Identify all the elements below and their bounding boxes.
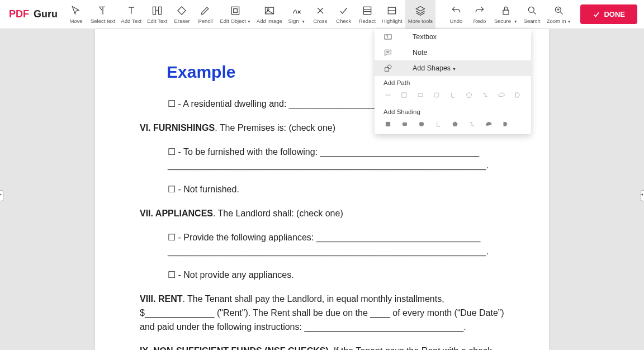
svg-point-10 [528,7,534,12]
undo-icon [451,4,462,17]
doc-line: VIII. RENT. The Tenant shall pay the Lan… [140,292,504,334]
svg-rect-18 [386,122,390,126]
doc-line: ☐ - Provide the following appliances: __… [140,231,504,259]
text-cursor-icon [97,4,108,17]
undo-tool[interactable]: Undo [444,0,468,29]
layers-icon [415,4,426,17]
eraser-icon [176,4,187,17]
eraser-tool[interactable]: Eraser [170,0,193,29]
doc-line: IX. NON-SUFFICIENT FUNDS (NSF CHECKS). I… [140,344,504,350]
sign-tool[interactable]: Sign ▼ [285,0,309,29]
doc-line: VII. APPLIANCES. The Landlord shall: (ch… [140,207,504,221]
cross-icon [315,4,326,17]
right-panel-toggle[interactable]: ◂ [641,190,644,201]
more-tools-dropdown: Textbox Note Add Shapes▼ Add Path Add Sh… [375,29,531,134]
svg-rect-19 [402,122,407,126]
shape-zigzag[interactable] [481,91,490,100]
pencil-tool[interactable]: Pencil [193,0,217,29]
toolbar-right: Undo Redo Secure ▼ Search Zoom In▼ [444,0,574,29]
doc-line: ☐ - Not provide any appliances. [140,268,504,282]
search-tool[interactable]: Search [520,0,544,29]
svg-point-20 [419,122,424,126]
textbox-icon [383,32,394,41]
svg-rect-16 [418,93,423,97]
redact-tool[interactable]: Redact [356,0,379,29]
app-logo[interactable]: PDF Guru [0,0,64,29]
doc-line: ☐ - Not furnished. [140,183,504,197]
note-icon [383,48,394,57]
shape-rounded-rect[interactable] [416,91,424,100]
chevron-left-icon: ◂ [641,192,643,197]
shapes-icon [383,64,394,73]
secure-tool[interactable]: Secure ▼ [491,0,520,29]
text-icon [126,4,137,17]
object-icon [230,4,241,17]
chevron-right-icon: ▸ [0,192,2,197]
shape-cloud[interactable] [498,91,506,100]
image-icon [264,4,275,17]
done-button[interactable]: DONE [580,4,637,24]
svg-rect-2 [178,7,186,15]
left-panel-toggle[interactable]: ▸ [0,190,3,201]
svg-rect-1 [159,7,162,14]
check-icon [338,4,349,17]
redo-icon [474,4,485,17]
shape-polygon[interactable] [514,91,522,100]
path-shapes-row [375,88,531,105]
svg-rect-9 [503,10,509,14]
sign-icon [291,4,302,17]
shade-zigzag[interactable] [467,120,476,129]
select-text-tool[interactable]: Select text [88,0,118,29]
check-tool[interactable]: Check [332,0,356,29]
edit-object-tool[interactable]: Edit Object▼ [217,0,253,29]
svg-rect-7 [363,7,371,14]
redact-icon [362,4,373,17]
dropdown-add-shapes[interactable]: Add Shapes▼ [375,60,531,76]
zoom-tool[interactable]: Zoom In▼ [544,0,574,29]
cursor-icon [70,4,82,17]
zoom-in-icon [553,4,565,17]
shape-line[interactable] [383,91,392,100]
svg-rect-12 [385,35,391,39]
shade-polygon[interactable] [501,120,510,129]
toolbar-left: Move Select text Add Text Edit Text Eras… [64,0,435,29]
dropdown-section-add-path: Add Path [375,76,531,88]
shape-l-bracket[interactable] [448,91,457,100]
check-icon [593,11,600,18]
edit-text-icon [151,4,163,17]
svg-rect-4 [234,9,238,13]
svg-rect-0 [153,7,156,14]
shade-square[interactable] [383,120,392,129]
svg-rect-15 [402,93,406,97]
svg-point-14 [387,65,391,69]
move-tool[interactable]: Move [64,0,88,29]
shade-pentagon[interactable] [451,120,460,129]
shade-circle[interactable] [417,120,426,129]
logo-text-guru: Guru [34,8,58,20]
highlight-icon [386,4,397,17]
highlight-tool[interactable]: Highlight [379,0,405,29]
shade-cloud[interactable] [484,120,493,129]
dropdown-textbox[interactable]: Textbox [375,29,531,45]
doc-line: ☐ - To be furnished with the following: … [140,145,504,173]
shading-shapes-row [375,117,531,134]
more-tools-tool[interactable]: More tools [405,0,435,29]
shade-l[interactable] [434,120,443,129]
shape-circle[interactable] [432,91,441,100]
logo-text-pdf: PDF [9,8,29,20]
search-icon [527,4,538,17]
cross-tool[interactable]: Cross [309,0,332,29]
dropdown-section-add-shading: Add Shading [375,105,531,117]
pencil-icon [200,4,211,17]
add-image-tool[interactable]: Add Image [254,0,285,29]
shape-pentagon[interactable] [465,91,473,100]
shape-square[interactable] [400,91,408,100]
svg-rect-3 [231,7,239,14]
lock-icon [500,4,512,17]
shade-rounded[interactable] [400,120,409,129]
dropdown-note[interactable]: Note [375,45,531,60]
add-text-tool[interactable]: Add Text [118,0,144,29]
edit-text-tool[interactable]: Edit Text [144,0,170,29]
redo-tool[interactable]: Redo [468,0,491,29]
svg-point-17 [434,93,439,97]
